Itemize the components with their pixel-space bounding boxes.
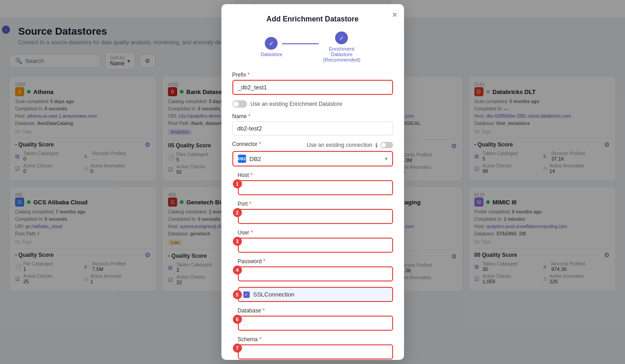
port-label: Port *	[238, 201, 393, 207]
port-field: 2 Port *	[238, 201, 393, 224]
modal-close-button[interactable]: ✕	[392, 10, 398, 19]
host-input[interactable]	[238, 180, 393, 195]
step-badge-2: 2	[233, 208, 242, 217]
step-badge-3: 3	[233, 237, 242, 246]
step2-circle: ✓	[335, 31, 348, 44]
step-badge-6: 6	[233, 315, 242, 324]
step1-label: Datastore	[261, 52, 283, 57]
connector-label: Connector *	[232, 141, 261, 147]
toggle-thumb-2	[381, 143, 386, 147]
step1-circle: ✓	[265, 37, 278, 50]
database-field: 6 Database *	[238, 307, 393, 331]
connector-header-row: Connector * Use an existing connection ℹ	[232, 141, 393, 149]
password-label: Password *	[238, 258, 393, 265]
toggle-thumb	[233, 101, 239, 107]
name-field: Name *	[232, 113, 393, 135]
port-input[interactable]	[238, 209, 393, 224]
schema-field: 7 Schema *	[238, 336, 393, 359]
chevron-down-icon: ▾	[385, 156, 388, 162]
ssl-row[interactable]: ✓ SSLConnection	[238, 287, 393, 302]
toggle-label: Use an existing Enrichment Datastore	[251, 101, 342, 107]
host-label: Host *	[238, 172, 393, 178]
prefix-label: Prefix *	[232, 72, 393, 78]
schema-label: Schema *	[238, 336, 393, 343]
use-existing-connection-toggle[interactable]	[380, 142, 393, 148]
connector-select-text: DB2	[250, 156, 385, 162]
database-label: Database *	[238, 307, 393, 314]
step-datastore: ✓ Datastore	[261, 37, 283, 57]
connector-section: Connector * Use an existing connection ℹ…	[232, 141, 393, 166]
db2-icon: DB2	[238, 155, 246, 163]
ssl-field: 5 ✓ SSLConnection	[238, 287, 393, 302]
password-input[interactable]	[238, 266, 393, 281]
prefix-field: Prefix *	[232, 72, 393, 95]
prefix-input[interactable]	[232, 80, 393, 95]
connector-select-dropdown[interactable]: DB2 DB2 ▾	[232, 151, 393, 166]
step2-label: Enrichment Datastore (Recommended)	[319, 46, 364, 62]
use-existing-toggle-row: Use an existing Enrichment Datastore	[232, 100, 393, 108]
modal-overlay: ✕ Add Enrichment Datastore ✓ Datastore ✓…	[0, 0, 625, 364]
add-enrichment-modal: ✕ Add Enrichment Datastore ✓ Datastore ✓…	[221, 4, 404, 360]
password-field: 4 Password *	[238, 258, 393, 281]
use-existing-connection-label: Use an existing connection	[307, 142, 372, 148]
ssl-checkbox[interactable]: ✓	[243, 291, 250, 298]
user-label: User *	[238, 229, 393, 236]
use-existing-toggle[interactable]	[232, 100, 247, 108]
schema-input[interactable]	[238, 344, 393, 359]
host-field: 1 Host *	[238, 172, 393, 195]
use-existing-connection-row: Use an existing connection ℹ	[307, 142, 393, 149]
database-input[interactable]	[238, 316, 393, 331]
user-input[interactable]	[238, 238, 393, 253]
name-input[interactable]	[232, 121, 393, 135]
step-badge-7: 7	[233, 343, 242, 353]
step-badge-4: 4	[233, 265, 242, 275]
step-enrichment: ✓ Enrichment Datastore (Recommended)	[319, 31, 364, 62]
modal-title: Add Enrichment Datastore	[232, 15, 393, 23]
ssl-label: SSLConnection	[253, 291, 294, 298]
user-field: 3 User *	[238, 229, 393, 253]
step-connector	[282, 43, 319, 44]
step-badge-1: 1	[233, 179, 242, 188]
info-icon: ℹ	[375, 142, 378, 149]
name-label: Name *	[232, 113, 393, 120]
modal-stepper: ✓ Datastore ✓ Enrichment Datastore (Reco…	[232, 31, 393, 62]
step-badge-5: 5	[233, 290, 242, 299]
